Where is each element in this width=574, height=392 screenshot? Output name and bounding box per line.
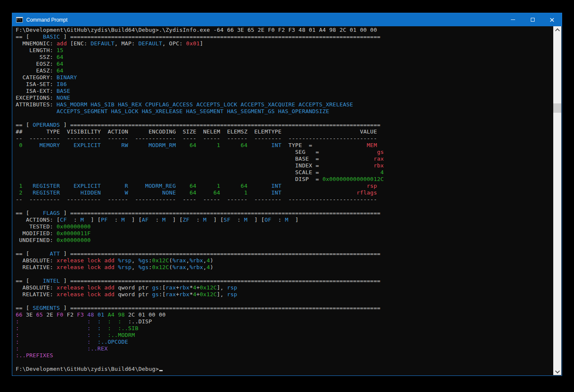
console-line: LENGTH: 15 [16,47,553,54]
console-line: ATTRIBUTES: HAS_MODRM HAS_SIB HAS_REX CP… [16,101,553,108]
console-line [16,271,553,278]
window-controls: × [503,13,562,26]
console-line: 2 REGISTER HIDDEN W NONE 64 64 1 INT rfl… [16,189,553,196]
console-line: UNDEFINED: 0x00000000 [16,237,553,244]
console-line: BASE = rax [16,156,553,162]
console-line: : : : : :..SIB [16,325,553,332]
console-line: MODIFIED: 0x0000011F [16,230,553,237]
console-line [16,359,553,366]
console-line: : : : :..MODRM [16,332,553,339]
console-line: ## TYPE VISIBILITY ACTION ENCODING SIZE … [16,128,553,135]
console-line: F:\Development\GitHub\zydis\Build64\Debu… [16,366,553,373]
console-output[interactable]: F:\Development\GitHub\zydis\Build64\Debu… [13,26,553,375]
console-line: == [ ATT ] =============================… [16,250,553,257]
scroll-up-button[interactable] [553,26,561,33]
console-line: ABSOLUTE: xrelease lock add %rsp, %gs:0x… [16,257,553,264]
console-line: ABSOLUTE: xrelease lock add qword ptr gs… [16,284,553,291]
console-line: CATEGORY: BINARY [16,74,553,81]
console-line: ISA-SET: I86 [16,81,553,88]
maximize-button[interactable] [523,13,542,26]
console-line: ISA-EXT: BASE [16,88,553,95]
console-line: -- --------- ---------- ------ ---------… [16,196,553,203]
console-line: DISP = 0x000000000000012C [16,176,553,183]
scroll-down-button[interactable] [553,368,561,375]
maximize-icon [531,18,535,22]
console-line: == [ FLAGS ] ===========================… [16,210,553,217]
console-line: SSZ: 64 [16,54,553,61]
command-prompt-window: Command Prompt × F:\Development\GitHub\z… [12,13,562,376]
console-line: ACTIONS: [CF : M ] [PF : M ] [AF : M ] [… [16,217,553,223]
scrollbar-thumb[interactable] [553,103,561,113]
window-title: Command Prompt [26,17,67,23]
console-line: == [ BASIC ] ===========================… [16,33,553,40]
console-line: -- --------- ---------- ------ ---------… [16,135,553,142]
console-line [16,203,553,210]
console-line: MNEMONIC: add [ENC: DEFAULT, MAP: DEFAUL… [16,40,553,47]
console-line: == [ OPERANDS ] ========================… [16,122,553,128]
chevron-up-icon [555,28,560,33]
console-line: RELATIVE: xrelease lock add %rsp, %gs:0x… [16,264,553,271]
console-line: == [ SEGMENTS ] ========================… [16,305,553,311]
console-line: SCALE = 4 [16,169,553,176]
title-bar[interactable]: Command Prompt × [12,13,562,26]
console-line: INDEX = rbx [16,162,553,169]
console-line: RELATIVE: xrelease lock add qword ptr gs… [16,291,553,298]
close-icon: × [549,17,555,23]
console-line: : : : : : :..DISP [16,318,553,325]
console-line [16,115,553,122]
cmd-icon [16,17,23,22]
console-line: EXCEPTIONS: NONE [16,95,553,101]
console-line: : :..REX [16,345,553,352]
minimize-icon [511,19,515,20]
console-line: F:\Development\GitHub\zydis\Build64\Debu… [16,27,553,33]
chevron-down-icon [555,368,560,373]
console-line: TESTED: 0x00000000 [16,223,553,230]
console-line: EOSZ: 64 [16,61,553,67]
console-line: 0 MEMORY EXPLICIT RW MODRM_RM 64 1 64 IN… [16,142,553,149]
console-line [16,244,553,250]
minimize-button[interactable] [503,13,523,26]
console-line: :..PREFIXES [16,352,553,359]
console-line: : : :..OPCODE [16,339,553,345]
close-button[interactable]: × [542,13,562,26]
console-line: SEG = gs [16,149,553,156]
desktop-background: { "window": { "title": "Command Prompt",… [0,0,574,392]
console-line: 66 3E 65 2E F0 F2 F3 48 01 A4 98 2C 01 0… [16,311,553,318]
console-line [16,298,553,305]
console-line: == [ INTEL ] ===========================… [16,278,553,284]
console-line: EASZ: 64 [16,67,553,74]
console-line: ACCEPTS_SEGMENT HAS_LOCK HAS_XRELEASE HA… [16,108,553,115]
console-line: 1 REGISTER EXPLICIT R MODRM_REG 64 1 64 … [16,183,553,189]
text-cursor [159,370,163,371]
scrollbar[interactable] [553,26,561,375]
